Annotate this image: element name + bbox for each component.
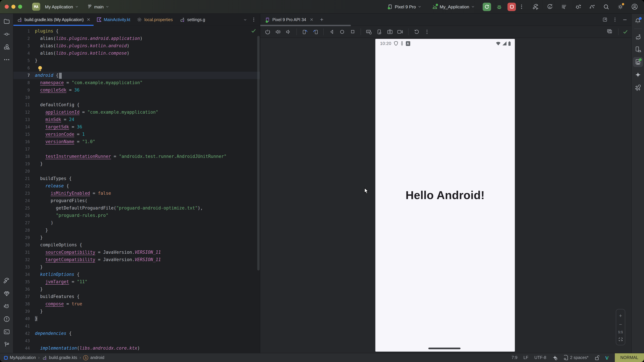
code-line-20[interactable]: 20 (14, 168, 260, 175)
unlocked-icon[interactable] (594, 355, 599, 360)
device-selector[interactable]: Pixel 9 Pro (386, 3, 423, 11)
version-control-tool-button[interactable] (2, 340, 12, 350)
device-tab[interactable]: Pixel 9 Pro API 34 ✕ (260, 17, 317, 22)
ui-check-button[interactable] (606, 28, 614, 36)
code-line-7[interactable]: 7android { (14, 72, 260, 79)
rerun-button[interactable] (483, 2, 491, 11)
code-line-9[interactable]: 9 compileSdk = 36 (14, 86, 260, 94)
terminal-tool-button[interactable] (2, 327, 12, 337)
volume-down-button[interactable] (284, 28, 292, 36)
resource-manager-tool-button[interactable] (2, 42, 12, 52)
volume-up-button[interactable] (274, 28, 282, 36)
code-line-11[interactable]: 11 defaultConfig { (14, 101, 260, 109)
code-line-37[interactable]: 37 buildFeatures { (14, 293, 260, 300)
emulator-screen[interactable]: 10:20 A Hello Android! (375, 39, 515, 352)
encoding-widget[interactable]: UTF-8 (534, 355, 546, 360)
hide-panel-icon[interactable] (622, 17, 627, 22)
breadcrumb-block[interactable]: λ android (83, 355, 104, 360)
code-line-13[interactable]: 13 minSdk = 24 (14, 116, 260, 123)
tab-settings-gradle[interactable]: settings.g (176, 14, 208, 25)
screenshot-button[interactable] (386, 28, 394, 36)
open-in-new-window-icon[interactable] (602, 17, 608, 22)
more-run-actions-button[interactable] (519, 4, 524, 9)
search-everywhere-icon[interactable] (603, 3, 610, 10)
code-line-42[interactable]: 42dependencies { (14, 330, 260, 337)
more-tool-windows-button[interactable] (2, 55, 12, 65)
rotate-left-button[interactable] (301, 28, 309, 36)
zoom-reset-button[interactable]: 1:1 (618, 330, 623, 334)
code-line-22[interactable]: 22 release { (14, 182, 260, 190)
code-line-8[interactable]: 8 namespace = "com.example.myapplication… (14, 79, 260, 86)
caret-position-widget[interactable]: 7:9 (512, 355, 518, 360)
code-line-3[interactable]: 3 alias(libs.plugins.kotlin.android) (14, 42, 260, 50)
code-line-41[interactable]: 41 (14, 323, 260, 330)
editor-scrollbar[interactable] (257, 36, 260, 271)
zoom-in-button[interactable]: + (619, 313, 622, 318)
screen-record-button[interactable] (396, 28, 404, 36)
code-line-19[interactable]: 19 } (14, 160, 260, 168)
code-line-38[interactable]: 38 compose = true (14, 300, 260, 308)
ai-assistant-disabled-icon[interactable] (552, 355, 557, 361)
debug-button[interactable] (495, 2, 504, 11)
close-device-tab-icon[interactable]: ✕ (310, 17, 314, 22)
code-line-10[interactable]: 10 (14, 94, 260, 101)
device-settings-button[interactable] (375, 28, 384, 36)
ideavim-icon[interactable]: V (605, 355, 608, 361)
tab-build-gradle[interactable]: build.gradle.kts (My Application) ✕ (14, 14, 94, 25)
apply-changes-icon[interactable]: A (547, 3, 553, 10)
code-line-34[interactable]: 34 kotlinOptions { (14, 271, 260, 278)
code-line-39[interactable]: 39 } (14, 308, 260, 315)
breadcrumb-module[interactable]: MyApplication (4, 355, 36, 360)
zoom-out-button[interactable]: − (619, 322, 622, 327)
zoom-window-button[interactable] (18, 5, 22, 9)
hardware-input-button[interactable] (365, 28, 373, 36)
code-line-14[interactable]: 14 targetSdk = 36 (14, 123, 260, 131)
code-line-44[interactable]: 44 implementation(libs.androidx.core.ktx… (14, 345, 260, 352)
project-tool-button[interactable] (2, 16, 12, 26)
tab-mainactivity[interactable]: MainActivity.kt (94, 14, 134, 25)
code-line-40[interactable]: 40} (14, 315, 260, 323)
code-line-30[interactable]: 30 compileOptions { (14, 241, 260, 249)
code-line-28[interactable]: 28 } (14, 227, 260, 234)
android-home-button[interactable] (338, 28, 346, 36)
add-device-tab-button[interactable]: + (317, 16, 327, 23)
release-notes-tool-button[interactable] (633, 82, 643, 92)
code-line-17[interactable]: 17 (14, 145, 260, 153)
code-line-43[interactable]: 43 (14, 337, 260, 345)
code-line-31[interactable]: 31 sourceCompatibility = JavaVersion.VER… (14, 249, 260, 256)
code-line-21[interactable]: 21 buildTypes { (14, 175, 260, 182)
attach-debugger-icon[interactable] (575, 3, 581, 10)
code-line-5[interactable]: 5} (14, 57, 260, 64)
build-tool-button[interactable] (2, 276, 12, 286)
code-line-2[interactable]: 2 alias(libs.plugins.android.application… (14, 35, 260, 42)
problems-tool-button[interactable] (2, 314, 12, 324)
navigation-handle[interactable] (428, 348, 460, 349)
code-line-18[interactable]: 18 testInstrumentationRunner = "androidx… (14, 153, 260, 160)
close-tab-icon[interactable]: ✕ (87, 17, 90, 22)
tab-options-kebab-icon[interactable] (252, 17, 256, 22)
project-selector[interactable]: My Application (43, 3, 80, 10)
rotate-right-button[interactable] (311, 28, 319, 36)
minimize-window-button[interactable] (12, 5, 16, 9)
code-line-32[interactable]: 32 targetCompatibility = JavaVersion.VER… (14, 256, 260, 264)
logcat-tool-button[interactable] (2, 301, 12, 311)
gemini-tool-button[interactable] (633, 70, 643, 80)
code-line-1[interactable]: 1plugins { (14, 27, 260, 35)
android-overview-button[interactable] (348, 28, 356, 36)
settings-gear-icon[interactable] (617, 3, 624, 10)
code-line-6[interactable]: 6 (14, 64, 260, 72)
code-line-4[interactable]: 4 alias(libs.plugins.kotlin.compose) (14, 50, 260, 57)
code-line-12[interactable]: 12 applicationId = "com.example.myapplic… (14, 109, 260, 116)
gradle-tool-button[interactable] (633, 31, 643, 41)
restart-device-button[interactable] (412, 28, 420, 36)
code-line-23[interactable]: 23 isMinifyEnabled = false (14, 190, 260, 197)
zoom-to-fit-icon[interactable] (618, 338, 623, 341)
panel-options-kebab-icon[interactable] (613, 17, 617, 22)
device-tabs-scrollbar[interactable] (260, 25, 351, 26)
code-line-26[interactable]: 26 "proguard-rules.pro" (14, 212, 260, 219)
android-back-button[interactable] (328, 28, 336, 36)
code-line-35[interactable]: 35 jvmTarget = "11" (14, 278, 260, 286)
device-more-kebab-icon[interactable] (423, 28, 431, 36)
code-line-16[interactable]: 16 versionName = "1.0" (14, 138, 260, 145)
indent-widget[interactable]: 2 spaces* (563, 355, 588, 360)
